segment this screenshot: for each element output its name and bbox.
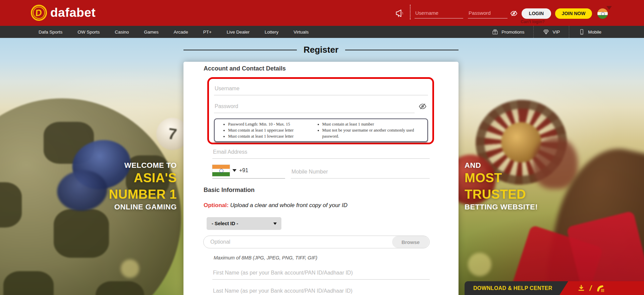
file-upload-field: Browse <box>203 236 430 248</box>
promo-line: TRUSTED <box>465 186 612 203</box>
bokeh-light <box>121 259 139 278</box>
password-rule: Must contain at least 1 lowercase letter <box>228 134 314 140</box>
nav-item-lottery[interactable]: Lottery <box>265 30 278 35</box>
password-rule: Must contain at least 1 uppercase letter <box>228 128 314 134</box>
nav-item-mobile[interactable]: Mobile <box>569 26 610 38</box>
bokeh-light <box>468 253 491 276</box>
eye-slash-icon[interactable] <box>418 102 427 110</box>
first-name-input[interactable] <box>212 267 430 280</box>
nav-item-arcade[interactable]: Arcade <box>174 30 188 35</box>
browse-button[interactable]: Browse <box>392 236 429 248</box>
register-heading-row: Register <box>183 45 459 55</box>
country-code-selector[interactable]: +91 <box>212 165 285 179</box>
nav-item-virtuals[interactable]: Virtuals <box>293 30 309 35</box>
title-divider-line <box>183 50 297 50</box>
join-now-button[interactable]: JOIN NOW <box>555 8 592 19</box>
dial-code: +91 <box>239 167 248 174</box>
promo-line: MOST <box>465 170 612 186</box>
id-type-select[interactable]: - Select ID - <box>207 217 281 230</box>
promo-line: NUMBER 1 <box>0 186 177 203</box>
password-rule: Must not be your username or another com… <box>322 128 419 140</box>
dafabet-logo[interactable]: D dafabet <box>31 5 96 21</box>
title-divider-line <box>345 50 459 50</box>
header-username-input[interactable] <box>415 9 463 18</box>
promo-line: AND <box>465 161 612 170</box>
diamond-icon <box>543 29 549 35</box>
download-icon[interactable] <box>577 284 586 293</box>
password-rule: Password Length: Min. 10 - Max. 15 <box>228 121 314 128</box>
chevron-down-icon <box>273 223 277 225</box>
nav-item-pt-plus[interactable]: PT+ <box>203 30 212 35</box>
email-input[interactable] <box>212 146 430 159</box>
help-phone-icon[interactable] <box>596 284 604 293</box>
chevron-down-icon <box>232 169 236 172</box>
gift-icon <box>492 29 498 35</box>
nav-item-live-dealer[interactable]: Live Dealer <box>227 30 250 35</box>
main-nav: Dafa Sports OW Sports Casino Games Arcad… <box>0 26 644 38</box>
header-login-area: LOGIN JOIN NOW <box>394 6 608 21</box>
logo-wordmark: dafabet <box>50 6 96 20</box>
promo-text-left: WELCOME TO ASIA'S NUMBER 1 ONLINE GAMING <box>0 161 177 211</box>
nav-item-ow-sports[interactable]: OW Sports <box>77 30 100 35</box>
upload-instruction: Optional: Upload a clear and whole front… <box>204 202 347 209</box>
india-flag-icon[interactable] <box>597 8 608 19</box>
logo-ring-icon: D <box>30 4 48 22</box>
nav-item-promotions[interactable]: Promotions <box>483 26 533 38</box>
page-title: Register <box>304 45 338 55</box>
promo-line: ASIA'S <box>0 170 177 186</box>
register-password-input[interactable] <box>214 99 415 113</box>
mobile-number-input[interactable] <box>291 165 430 179</box>
file-path-input[interactable] <box>204 239 392 245</box>
optional-label: Optional: <box>204 202 229 208</box>
mobile-phone-icon <box>578 29 585 35</box>
download-help-center-button[interactable]: DOWNLOAD & HELP CENTER <box>465 281 568 295</box>
cant-login-link[interactable]: Can't login? <box>521 19 545 24</box>
section-title-basic: Basic Information <box>204 187 255 194</box>
password-requirements-box: Password Length: Min. 10 - Max. 15 Must … <box>214 118 428 142</box>
nav-item-games[interactable]: Games <box>144 30 159 35</box>
download-help-bar: DOWNLOAD & HELP CENTER / <box>465 281 644 295</box>
promo-line: ONLINE GAMING <box>0 203 177 211</box>
upload-note: Maximum of 8MB (JPG, JPEG, PNG, TIFF, GI… <box>214 255 317 260</box>
register-username-input[interactable] <box>214 82 428 95</box>
promo-line: BETTING WEBSITE! <box>465 203 612 211</box>
header-password-input[interactable] <box>468 9 507 18</box>
promo-line: WELCOME TO <box>0 161 177 170</box>
announcement-megaphone-icon[interactable] <box>394 9 405 18</box>
download-help-icons: / <box>559 281 644 295</box>
login-button[interactable]: LOGIN <box>522 8 551 19</box>
optional-hint: Upload a clear and whole front copy of y… <box>230 202 347 208</box>
india-flag-icon <box>212 165 230 176</box>
nav-left: Dafa Sports OW Sports Casino Games Arcad… <box>0 30 309 35</box>
promo-text-right: AND MOST TRUSTED BETTING WEBSITE! <box>465 161 612 211</box>
registration-panel: Account and Contact Details Password Len… <box>183 62 459 295</box>
nav-right: Promotions VIP Mobile <box>483 26 644 38</box>
eye-slash-icon[interactable] <box>509 10 518 17</box>
top-header: D dafabet LOGIN JOIN NOW Can't login? <box>0 0 644 26</box>
nav-item-casino[interactable]: Casino <box>115 30 129 35</box>
password-rule: Must contain at least 1 number <box>322 121 419 128</box>
phone-row: +91 <box>212 164 430 179</box>
last-name-input[interactable] <box>212 285 430 295</box>
slash-separator: / <box>589 284 593 293</box>
dotted-divider <box>410 5 411 19</box>
nav-item-vip[interactable]: VIP <box>533 26 569 38</box>
nav-item-dafa-sports[interactable]: Dafa Sports <box>39 30 62 35</box>
id-type-selected-value: - Select ID - <box>212 221 238 226</box>
highlight-annotation-box: Password Length: Min. 10 - Max. 15 Must … <box>207 77 434 144</box>
section-title-account: Account and Contact Details <box>204 65 286 72</box>
flag-dropdown-caret-icon <box>606 6 612 10</box>
